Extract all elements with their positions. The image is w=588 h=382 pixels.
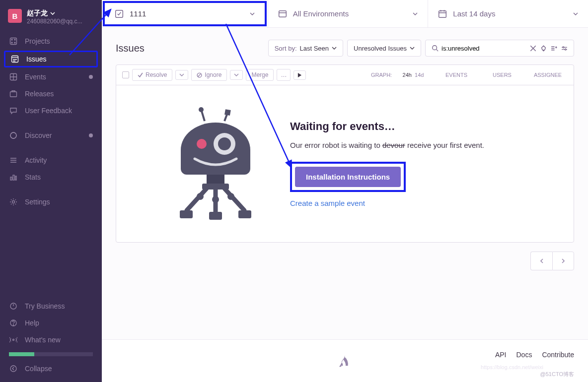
sentry-logo-icon [338, 354, 352, 368]
saved-search-icon[interactable] [551, 45, 557, 52]
sidebar-item-whats-new[interactable]: What's new [0, 331, 102, 348]
projects-icon [9, 37, 18, 46]
realtime-button[interactable] [294, 70, 306, 80]
svg-rect-9 [10, 177, 12, 180]
search-icon [432, 45, 439, 52]
installation-instructions-button[interactable]: Installation Instructions [295, 167, 401, 187]
sidebar-item-releases[interactable]: Releases [0, 85, 102, 102]
gear-icon [9, 197, 18, 206]
issues-panel: Resolve Ignore Merge … GRAPH: 24h 14d EV… [116, 64, 574, 243]
chevron-right-icon [561, 258, 566, 263]
sidebar-item-activity[interactable]: Activity [0, 152, 102, 169]
svg-rect-28 [224, 109, 231, 116]
svg-point-22 [563, 46, 564, 48]
more-actions-button[interactable]: … [277, 69, 291, 81]
graph-header: GRAPH: 24h 14d [371, 72, 431, 78]
play-icon [297, 73, 302, 77]
footer-link-docs[interactable]: Docs [516, 351, 532, 359]
svg-point-39 [212, 196, 219, 203]
prev-page-button[interactable] [530, 252, 552, 270]
events-icon [9, 72, 18, 81]
feedback-icon [9, 106, 18, 115]
sort-dropdown[interactable]: Sort by: Last Seen [268, 40, 343, 57]
svg-rect-42 [238, 210, 251, 218]
merge-button[interactable]: Merge [246, 69, 274, 81]
footer-link-contribute[interactable]: Contribute [542, 351, 574, 359]
footer-link-api[interactable]: API [495, 351, 507, 359]
sidebar-item-user-feedback[interactable]: User Feedback [0, 102, 102, 119]
sidebar-item-collapse[interactable]: Collapse [0, 360, 102, 377]
svg-point-37 [197, 193, 204, 200]
next-page-button[interactable] [552, 252, 574, 270]
svg-point-4 [14, 42, 15, 43]
content-area: Issues Sort by: Last Seen Unresolved Iss… [102, 28, 588, 339]
project-selector[interactable]: 1111 [103, 1, 267, 26]
pagination [116, 252, 574, 270]
sidebar-item-stats[interactable]: Stats [0, 169, 102, 186]
page-title: Issues [116, 43, 145, 54]
user-name: 赵子龙 [27, 9, 94, 18]
empty-state: Waiting for events… Our error robot is w… [116, 85, 574, 242]
svg-line-25 [202, 111, 205, 121]
chevron-down-icon [250, 11, 255, 16]
search-input[interactable] [425, 40, 574, 57]
svg-point-15 [13, 325, 14, 325]
sidebar-item-projects[interactable]: Projects [0, 33, 102, 50]
help-icon [9, 318, 18, 327]
resolve-button[interactable]: Resolve [132, 69, 172, 81]
empty-title: Waiting for events… [290, 120, 484, 133]
sidebar-item-help[interactable]: Help [0, 315, 102, 331]
user-email: 2460882060@qq.c... [27, 18, 94, 25]
calendar-icon [438, 9, 447, 18]
ignore-dropdown[interactable] [230, 70, 243, 80]
avatar: B [8, 9, 22, 23]
topbar: 1111 All Environments Last 14 days [102, 0, 588, 28]
watermark: @51CTO博客 [540, 371, 574, 378]
issues-icon [10, 55, 19, 64]
robot-illustration [161, 105, 270, 222]
chevron-down-icon [234, 72, 239, 77]
events-header: EVENTS [437, 72, 476, 78]
svg-rect-40 [180, 210, 193, 218]
svg-point-2 [14, 39, 15, 40]
check-icon [138, 72, 143, 78]
chevron-down-icon [410, 46, 415, 51]
svg-point-12 [12, 201, 15, 203]
chevron-down-icon [573, 11, 578, 16]
collapse-icon [9, 364, 18, 373]
sidebar-item-try-business[interactable]: Try Business [0, 298, 102, 315]
sidebar-item-issues[interactable]: Issues [4, 51, 98, 67]
stats-icon [9, 173, 18, 182]
sidebar-item-discover[interactable]: Discover [0, 127, 102, 144]
svg-rect-32 [207, 175, 224, 185]
time-range-selector[interactable]: Last 14 days [428, 0, 588, 27]
create-sample-event-link[interactable]: Create a sample event [290, 199, 484, 207]
quota-progress [9, 352, 93, 356]
sidebar: B 赵子龙 2460882060@qq.c... Projects Issues… [0, 0, 102, 382]
svg-rect-20 [439, 10, 446, 17]
filter-dropdown[interactable]: Unresolved Issues [347, 40, 421, 57]
user-block[interactable]: B 赵子龙 2460882060@qq.c... [0, 0, 102, 31]
svg-rect-10 [13, 175, 14, 180]
sidebar-item-events[interactable]: Events [0, 68, 102, 85]
empty-description: Our error robot is waiting to devour rec… [290, 140, 484, 151]
svg-rect-11 [15, 176, 16, 180]
cta-highlight: Installation Instructions [290, 162, 406, 192]
clear-icon[interactable] [530, 45, 536, 52]
main: 1111 All Environments Last 14 days Issue… [102, 0, 588, 382]
svg-line-34 [187, 189, 207, 210]
environment-selector[interactable]: All Environments [268, 0, 428, 27]
resolve-dropdown[interactable] [175, 70, 188, 80]
svg-rect-7 [10, 92, 17, 97]
window-icon [278, 9, 287, 18]
ignore-button[interactable]: Ignore [191, 69, 227, 81]
pin-icon[interactable] [540, 45, 547, 52]
issues-toolbar: Resolve Ignore Merge … GRAPH: 24h 14d EV… [116, 65, 574, 85]
chevron-down-icon [332, 46, 337, 51]
forbid-icon [197, 72, 202, 78]
select-all-checkbox[interactable] [122, 71, 129, 78]
dot-badge-icon [89, 75, 93, 79]
sidebar-item-settings[interactable]: Settings [0, 193, 102, 210]
settings-toggle-icon[interactable] [561, 45, 568, 52]
svg-rect-0 [10, 38, 17, 45]
